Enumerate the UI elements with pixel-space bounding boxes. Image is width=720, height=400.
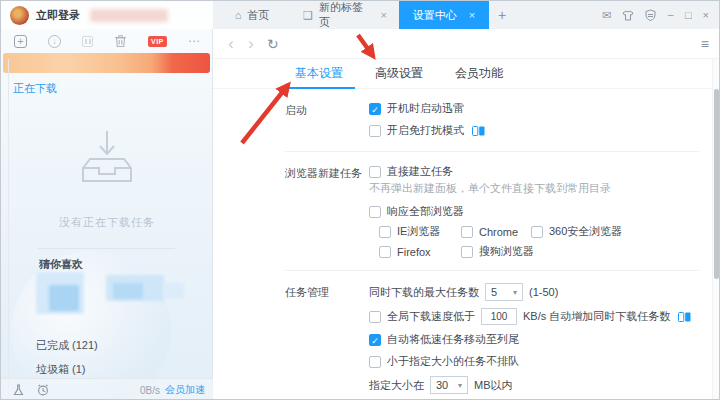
suggest-thumbnail <box>113 283 143 299</box>
field-label: 同时下载的最大任务数 <box>369 285 479 300</box>
new-task-icon[interactable]: + <box>14 35 27 48</box>
checkbox-chrome[interactable] <box>461 226 473 238</box>
chevron-down-icon: ▾ <box>513 288 517 297</box>
checkbox-360[interactable] <box>531 226 543 238</box>
checkbox-direct-task[interactable] <box>369 166 381 178</box>
suggest-thumbnail <box>49 285 79 311</box>
sidebar-item-trash[interactable]: 垃圾箱 (1) <box>36 362 86 377</box>
checkbox-ie[interactable] <box>379 226 391 238</box>
sidebar: 立即登录 + ↓ VIP ⋯ 正在下载 没有正在下 <box>1 1 213 400</box>
field-suffix: MB以内 <box>474 378 513 393</box>
info-icon[interactable] <box>678 312 691 322</box>
browser-nav-row: ‹ › ↻ ≡ <box>213 29 720 59</box>
chevron-down-icon: ▾ <box>458 381 462 390</box>
browser-area: ⌂ 首页 ❑ 新的标签页 × 设置中心 × + ✉ − <box>213 1 720 400</box>
checkbox-label: 直接建立任务 <box>387 164 453 179</box>
close-window-button[interactable]: × <box>703 10 709 21</box>
maximize-button[interactable]: □ <box>685 10 692 21</box>
avatar[interactable] <box>10 6 29 25</box>
tab-member-features[interactable]: 会员功能 <box>439 59 519 88</box>
settings-tabs: 基本设置 高级设置 会员功能 <box>213 59 720 89</box>
new-tab-button[interactable]: + <box>489 1 515 29</box>
section-label: 启动 <box>285 101 369 145</box>
divider <box>38 248 175 249</box>
tab-bar: ⌂ 首页 ❑ 新的标签页 × 设置中心 × + ✉ − <box>213 1 720 29</box>
sidebar-bottombar: 0B/s 会员加速 <box>1 378 213 400</box>
tab-home-label: 首页 <box>247 8 269 23</box>
checkbox-label: 360安全浏览器 <box>549 224 622 239</box>
checkbox-label: Firefox <box>397 246 431 258</box>
checkbox-auto-increase[interactable] <box>369 311 381 323</box>
checkbox-autostart[interactable]: ✓ <box>369 103 381 115</box>
checkbox-label: 搜狗浏览器 <box>479 244 534 259</box>
empty-state-text: 没有正在下载任务 <box>1 215 213 230</box>
settings-page: 基本设置 高级设置 会员功能 启动 ✓ 开机时启动迅雷 开启免打扰模式 <box>213 59 720 400</box>
login-button[interactable]: 立即登录 <box>36 8 80 23</box>
checkbox-no-queue[interactable] <box>369 356 381 368</box>
start-download-icon[interactable]: ↓ <box>48 35 61 48</box>
speed-value: 0B/s <box>140 385 160 396</box>
empty-state: 没有正在下载任务 <box>1 127 213 230</box>
checkbox-label: 小于指定大小的任务不排队 <box>387 354 519 369</box>
downloading-nav-item[interactable]: 正在下载 <box>13 81 57 96</box>
tab-basic-settings[interactable]: 基本设置 <box>279 59 359 88</box>
tab-advanced-settings[interactable]: 高级设置 <box>359 59 439 88</box>
checkbox-label: IE浏览器 <box>397 224 440 239</box>
helper-text: 不再弹出新建面板，单个文件直接下载到常用目录 <box>369 181 699 196</box>
forward-icon[interactable]: › <box>241 35 261 53</box>
message-icon[interactable]: ✉ <box>602 10 611 21</box>
checkbox-label: 开机时启动迅雷 <box>387 101 464 116</box>
alarm-clock-icon[interactable] <box>37 384 49 396</box>
tab-new-tab-page[interactable]: ❑ 新的标签页 × <box>291 1 399 29</box>
close-tab-icon[interactable]: × <box>381 9 387 21</box>
suggest-thumbnail <box>164 283 184 299</box>
dropdown-value: 5 <box>491 286 497 298</box>
tab-home[interactable]: ⌂ 首页 <box>213 1 291 29</box>
shield-icon[interactable] <box>645 9 656 21</box>
empty-tray-icon <box>76 127 138 187</box>
checkbox-dnd[interactable] <box>369 125 381 137</box>
scrollbar-thumb[interactable] <box>714 89 719 279</box>
divider <box>285 151 699 152</box>
close-tab-icon[interactable]: × <box>469 9 475 21</box>
section-startup: 启动 ✓ 开机时启动迅雷 开启免打扰模式 <box>213 101 720 145</box>
refresh-icon[interactable]: ↻ <box>267 36 279 52</box>
field-label: 指定大小在 <box>369 378 424 393</box>
sidebar-item-completed[interactable]: 已完成 (121) <box>36 338 98 353</box>
speed-threshold-input[interactable] <box>481 308 517 325</box>
info-icon[interactable] <box>472 126 485 136</box>
back-icon[interactable]: ‹ <box>221 35 241 53</box>
checkbox-label: Chrome <box>479 226 518 238</box>
size-dropdown[interactable]: 30▾ <box>430 376 468 394</box>
checkbox-label: 自动将低速任务移动至列尾 <box>387 332 519 347</box>
checkbox-all-browsers[interactable] <box>369 206 381 218</box>
blurred-banner <box>90 9 168 22</box>
minimize-button[interactable]: − <box>667 10 673 21</box>
dropdown-value: 30 <box>436 379 448 391</box>
vip-icon[interactable]: VIP <box>148 36 167 47</box>
checkbox-label: 响应全部浏览器 <box>387 204 464 219</box>
checkbox-move-slow[interactable]: ✓ <box>369 334 381 346</box>
menu-icon[interactable]: ≡ <box>701 36 709 52</box>
checkbox-label: 全局下载速度低于 <box>387 309 475 324</box>
range-hint: (1-50) <box>529 286 558 298</box>
skin-icon[interactable] <box>622 10 634 21</box>
field-suffix: KB/s 自动增加同时下载任务数 <box>523 309 670 324</box>
max-tasks-dropdown[interactable]: 5▾ <box>485 283 523 301</box>
download-toolbar: + ↓ VIP ⋯ <box>1 29 213 53</box>
section-task-management: 任务管理 同时下载的最大任务数 5▾ (1-50) 全局下载速度低于 KB/s … <box>213 283 720 400</box>
promo-banner[interactable] <box>3 53 210 73</box>
window-controls: ✉ − □ × <box>602 1 720 29</box>
page-icon: ❑ <box>303 9 313 22</box>
lab-flask-icon[interactable] <box>13 384 24 396</box>
pause-icon[interactable] <box>82 36 93 47</box>
section-label: 任务管理 <box>285 283 369 400</box>
divider <box>285 270 699 271</box>
checkbox-sogou[interactable] <box>461 246 473 258</box>
member-boost-link[interactable]: 会员加速 <box>165 383 205 397</box>
suggest-heading: 猜你喜欢 <box>39 257 83 272</box>
checkbox-firefox[interactable] <box>379 246 391 258</box>
more-icon[interactable]: ⋯ <box>188 35 200 47</box>
trash-icon[interactable] <box>114 34 127 48</box>
tab-settings-center[interactable]: 设置中心 × <box>399 1 489 29</box>
